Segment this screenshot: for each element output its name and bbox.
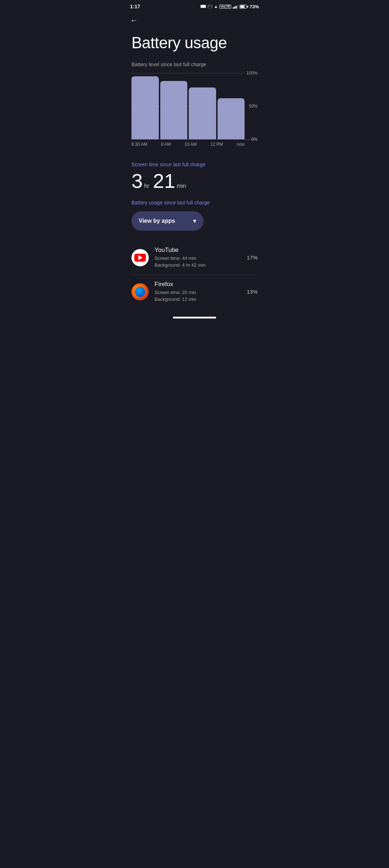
screen-time-minutes-unit: min <box>177 183 186 189</box>
bar-2 <box>160 81 188 139</box>
x-label-630am: 6:30 AM <box>131 142 147 147</box>
youtube-screen-time: Screen time: 44 min <box>155 255 241 262</box>
status-time: 1:17 <box>130 4 140 9</box>
list-item[interactable]: Firefox Screen time: 25 min Background: … <box>124 275 265 309</box>
keyboard-icon: ⌨ <box>200 5 206 9</box>
battery-percentage: 73% <box>250 4 259 9</box>
battery-icon <box>240 5 248 9</box>
back-arrow-icon: ← <box>130 16 138 25</box>
x-label-12pm: 12 PM <box>210 142 223 147</box>
app-list: YouTube Screen time: 44 min Background: … <box>124 238 265 312</box>
volte-icon: VoLTE <box>219 5 231 9</box>
screen-time-minutes: 21 <box>153 171 175 191</box>
firefox-percentage: 13% <box>247 289 258 295</box>
firefox-screen-time: Screen time: 25 min <box>155 289 241 296</box>
youtube-details: YouTube Screen time: 44 min Background: … <box>155 247 241 269</box>
status-icons: ⌨ 📳 ▲ VoLTE 73% <box>200 4 259 9</box>
vibrate-icon: 📳 <box>207 5 213 9</box>
chart-bars <box>131 73 245 139</box>
x-label-8am: 8 AM <box>161 142 171 147</box>
firefox-details: Firefox Screen time: 25 min Background: … <box>155 281 241 303</box>
chart-label-50: 50% <box>249 104 258 109</box>
screen-time-hours-unit: hr <box>144 183 149 189</box>
status-bar: 1:17 ⌨ 📳 ▲ VoLTE 73% <box>124 0 265 12</box>
view-by-apps-button[interactable]: View by apps ▾ <box>131 211 204 231</box>
chart-section-label: Battery level since last full charge <box>124 56 265 70</box>
battery-chart: 100% 50% 0% 6:30 AM 8 AM 10 AM 12 PM now <box>131 73 258 152</box>
page-title: Battery usage <box>124 27 265 56</box>
youtube-percentage: 17% <box>247 254 258 261</box>
youtube-icon <box>134 254 146 262</box>
view-by-apps-label: View by apps <box>139 218 175 224</box>
youtube-play-icon <box>138 255 143 260</box>
home-bar <box>173 317 216 318</box>
battery-usage-label: Battery usage since last full charge <box>124 194 265 210</box>
chart-area: 100% 50% 0% <box>131 73 258 140</box>
x-label-10am: 10 AM <box>184 142 197 147</box>
youtube-background: Background: 4 hr 42 min <box>155 262 241 269</box>
bar-4 <box>218 98 245 139</box>
wifi-icon: ▲ <box>214 5 218 9</box>
back-button[interactable]: ← <box>124 12 265 27</box>
list-item[interactable]: YouTube Screen time: 44 min Background: … <box>124 241 265 275</box>
bar-3 <box>189 87 216 139</box>
signal-icon <box>233 4 238 9</box>
chart-x-labels: 6:30 AM 8 AM 10 AM 12 PM now <box>131 142 258 147</box>
firefox-icon <box>135 287 145 297</box>
x-label-now: now <box>237 142 245 147</box>
firefox-background: Background: 12 min <box>155 296 241 303</box>
firefox-app-icon <box>131 283 149 300</box>
youtube-app-icon <box>131 249 149 266</box>
chart-label-100: 100% <box>246 71 258 76</box>
chart-label-0: 0% <box>251 137 258 142</box>
bar-1 <box>131 76 159 139</box>
firefox-name: Firefox <box>155 281 241 288</box>
youtube-name: YouTube <box>155 247 241 254</box>
chevron-down-icon: ▾ <box>193 217 196 225</box>
screen-time-hours: 3 <box>131 171 143 191</box>
screen-time-value: 3 hr 21 min <box>124 169 265 194</box>
home-indicator <box>124 312 265 322</box>
screen-time-label: Screen time since last full charge <box>124 154 265 169</box>
